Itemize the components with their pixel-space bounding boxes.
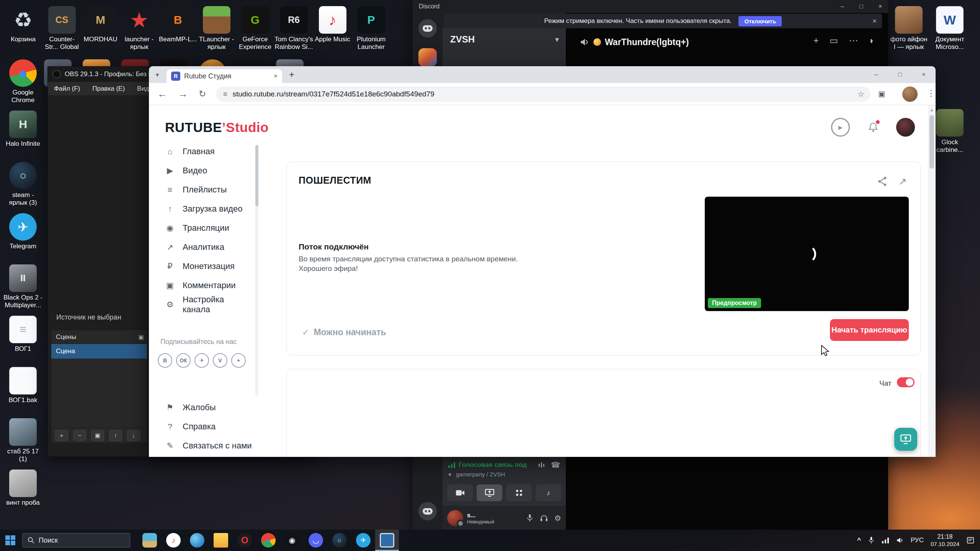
- open-chat-icon[interactable]: ◗: [869, 36, 875, 45]
- sidebar-item-help[interactable]: ?Справка: [149, 417, 253, 436]
- tray-speaker-icon[interactable]: [896, 536, 904, 544]
- scenes-dock-menu-icon[interactable]: ▣: [139, 334, 144, 341]
- site-info-icon[interactable]: ≡: [223, 90, 227, 98]
- go-live-icon[interactable]: ▸: [831, 118, 850, 137]
- action-center-icon[interactable]: [966, 536, 975, 544]
- banner-close-icon[interactable]: ×: [872, 17, 877, 25]
- taskbar-app-steam[interactable]: ○: [328, 530, 351, 551]
- obs-menu-edit[interactable]: Правка (E): [86, 85, 131, 93]
- social-vk-icon[interactable]: В: [158, 353, 172, 368]
- taskbar-app-discord[interactable]: ◡: [304, 530, 328, 551]
- icon-apple-music[interactable]: ♪Apple Music: [313, 6, 352, 57]
- tray-mic-icon[interactable]: [868, 536, 875, 544]
- taskbar-app-game[interactable]: [138, 530, 162, 551]
- start-stream-button[interactable]: Начать трансляцию: [830, 319, 909, 341]
- discord-minimize-button[interactable]: –: [841, 3, 844, 10]
- camera-button[interactable]: [447, 484, 473, 501]
- taskbar-app-projector[interactable]: [375, 530, 399, 551]
- social-telegram-icon[interactable]: ✈: [194, 353, 209, 368]
- icon-black-ops-2[interactable]: IIBlack Ops 2 - Multiplayer...: [3, 264, 43, 316]
- more-options-icon[interactable]: ⋯: [849, 36, 858, 45]
- bookmark-star-icon[interactable]: ☆: [858, 90, 864, 99]
- tray-network-icon[interactable]: [882, 537, 889, 544]
- icon-halo-infinite[interactable]: HHalo Infinite: [3, 111, 43, 162]
- forward-button[interactable]: →: [178, 88, 188, 100]
- chrome-close-button[interactable]: ×: [912, 66, 936, 83]
- address-bar[interactable]: ≡ studio.rutube.ru/stream/0317e7f524d51e…: [216, 86, 871, 102]
- screen-share-button[interactable]: [477, 484, 502, 501]
- taskbar-search-box[interactable]: Поиск: [22, 533, 130, 548]
- share-icon[interactable]: [877, 176, 888, 187]
- server-header[interactable]: ZVSH ▾: [443, 28, 566, 51]
- obs-move-scene-up-button[interactable]: ↑: [109, 430, 122, 441]
- sidebar-item-upload[interactable]: ↑Загрузка видео: [149, 199, 253, 218]
- discord-home-button[interactable]: [418, 19, 437, 37]
- start-button[interactable]: [0, 530, 21, 551]
- back-button[interactable]: ←: [157, 88, 167, 100]
- browser-tab-rutube[interactable]: R Rutube Студия ×: [167, 69, 282, 83]
- invite-user-icon[interactable]: +: [813, 36, 819, 45]
- icon-recycle-bin[interactable]: ♻Корзина: [4, 6, 42, 57]
- icon-vog1-bak[interactable]: ВОГ1.bak: [3, 367, 43, 418]
- sidebar-item-video[interactable]: ▶Видео: [149, 161, 253, 180]
- stream-preview-player[interactable]: Предпросмотр: [705, 197, 909, 311]
- mic-icon[interactable]: [526, 514, 534, 522]
- icon-mordhau[interactable]: MMORDHAU: [81, 6, 120, 57]
- icon-photo-iphone[interactable]: фото айфон I — ярлык: [889, 6, 929, 57]
- discord-close-button[interactable]: ×: [879, 3, 882, 10]
- new-tab-button[interactable]: +: [289, 69, 294, 80]
- extensions-icon[interactable]: ▣: [878, 89, 885, 98]
- sidebar-item-home[interactable]: ⌂Главная: [149, 142, 253, 161]
- sidebar-scrollbar-thumb[interactable]: [255, 145, 258, 206]
- icon-steam-shortcut[interactable]: ○steam - ярлык (3): [3, 162, 43, 213]
- social-more-icon[interactable]: +: [231, 353, 246, 368]
- browser-profile-avatar[interactable]: [902, 86, 918, 102]
- discord-server-icon[interactable]: [418, 48, 437, 67]
- screen-share-floating-button[interactable]: [894, 428, 917, 451]
- scene-list-item[interactable]: Сцена: [51, 344, 147, 359]
- social-viber-icon[interactable]: V: [213, 353, 227, 368]
- icon-beammp[interactable]: BBeamMP-L...: [158, 6, 197, 57]
- channel-avatar[interactable]: [896, 118, 915, 137]
- browser-menu-icon[interactable]: ⋮: [927, 88, 935, 98]
- notifications-bell-icon[interactable]: [864, 118, 882, 137]
- tab-close-icon[interactable]: ×: [274, 72, 278, 80]
- icon-rainbow-six[interactable]: R6Tom Clancy's Rainbow Si...: [274, 6, 313, 57]
- taskbar-clock[interactable]: 21:18 07.10.2024: [931, 533, 959, 548]
- sidebar-item-monetization[interactable]: ₽Монетизация: [149, 257, 253, 276]
- tab-search-chevron-icon[interactable]: ▾: [156, 71, 159, 78]
- obs-add-scene-button[interactable]: +: [55, 430, 68, 441]
- taskbar-app-obs[interactable]: ◉: [280, 530, 304, 551]
- noise-suppression-icon[interactable]: [538, 461, 546, 468]
- icon-word-doc[interactable]: WДокумент Microso...: [930, 6, 970, 57]
- icon-glock-carbine[interactable]: Glock carbine...: [930, 109, 970, 160]
- sidebar-item-analytics[interactable]: ↗Аналитика: [149, 238, 253, 257]
- icon-stab-25-17[interactable]: стаб 25 17 (1): [3, 418, 43, 469]
- chrome-maximize-button[interactable]: □: [888, 66, 912, 83]
- social-ok-icon[interactable]: ОК: [176, 353, 191, 368]
- sidebar-item-channel-settings[interactable]: ⚙Настройка канала: [149, 295, 253, 314]
- screen-icon[interactable]: ▭: [830, 36, 838, 45]
- sidebar-item-playlists[interactable]: ≡Плейлисты: [149, 180, 253, 199]
- obs-scene-properties-button[interactable]: ▣: [91, 430, 104, 441]
- open-external-icon[interactable]: ↗: [898, 176, 910, 187]
- obs-remove-scene-button[interactable]: −: [73, 430, 86, 441]
- taskbar-app-opera[interactable]: O: [233, 530, 256, 551]
- scrollbar-up-arrow[interactable]: ▴: [928, 107, 936, 112]
- sidebar-item-contact[interactable]: ✎Связаться с нами: [149, 436, 253, 455]
- icon-google-chrome[interactable]: ●Google Chrome: [3, 59, 43, 111]
- discord-maximize-button[interactable]: □: [859, 3, 863, 10]
- taskbar-app-telegram[interactable]: ✈: [351, 530, 375, 551]
- sidebar-item-comments[interactable]: ▣Комментарии: [149, 276, 253, 295]
- taskbar-app-chrome[interactable]: ●: [256, 530, 280, 551]
- obs-menu-file[interactable]: Файл (F): [48, 85, 86, 93]
- chat-toggle[interactable]: [897, 377, 915, 387]
- headphones-icon[interactable]: [540, 514, 548, 522]
- taskbar-app-explorer[interactable]: [209, 530, 233, 551]
- streamer-mode-disable-button[interactable]: Отключить: [738, 16, 782, 26]
- icon-geforce[interactable]: GGeForce Experience: [236, 6, 274, 57]
- disconnect-call-icon[interactable]: ☎: [551, 460, 560, 469]
- sidebar-item-streams[interactable]: ◉Трансляции: [149, 218, 253, 238]
- icon-tlauncher[interactable]: TLauncher - ярлык: [197, 6, 236, 57]
- taskbar-app-music[interactable]: ♪: [162, 530, 185, 551]
